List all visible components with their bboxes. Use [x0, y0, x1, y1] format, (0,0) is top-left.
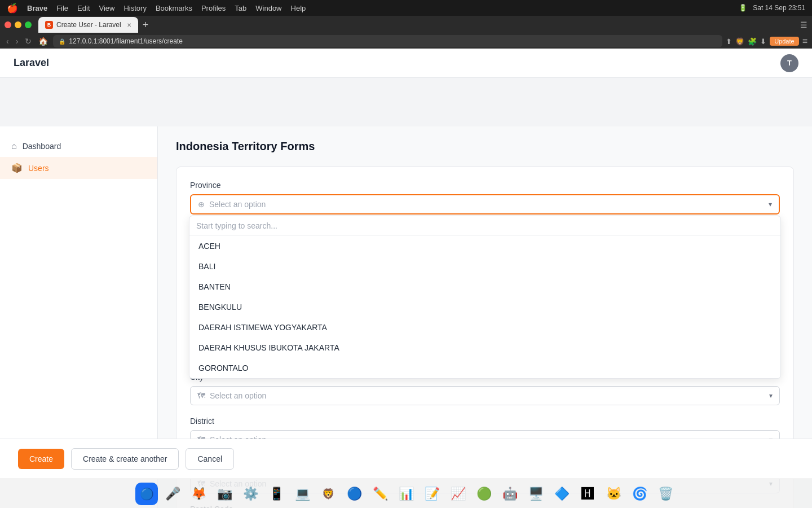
create-button[interactable]: Create	[18, 449, 64, 469]
action-bar: Create Create & create another Cancel	[0, 439, 812, 479]
province-select-wrapper: ⊕ Select an option ▾ ACEH BALI BANTEN	[190, 194, 780, 214]
province-option-banten[interactable]: BANTEN	[189, 277, 780, 297]
sidebar-item-dashboard[interactable]: ⌂ Dashboard	[0, 135, 157, 157]
maximize-window-button[interactable]	[25, 21, 32, 28]
dock-screens-icon[interactable]: 🖥️	[524, 483, 547, 505]
sidebar-item-users[interactable]: 📦 Users	[0, 157, 157, 179]
users-icon: 📦	[11, 163, 23, 173]
browser-chrome: B Create User - Laravel ✕ + ☰ ‹ › ↻ 🏠 🔒 …	[0, 16, 812, 49]
dock-terminal-icon[interactable]: 💻	[291, 483, 314, 505]
view-menu[interactable]: View	[99, 4, 115, 12]
dock-excel-icon[interactable]: 🟢	[473, 483, 495, 505]
dock-charts-icon[interactable]: 📈	[447, 483, 469, 505]
back-button[interactable]: ‹	[5, 37, 11, 46]
download-icon[interactable]: ⬇	[760, 37, 766, 46]
province-label: Province	[190, 181, 780, 190]
district-label: District	[190, 417, 780, 426]
brave-shields-icon[interactable]: 🦁	[735, 37, 744, 46]
datetime: Sat 14 Sep 23:51	[753, 4, 805, 12]
window-controls	[5, 21, 32, 28]
city-placeholder: Select an option	[210, 391, 769, 400]
dock-firefox-icon[interactable]: 🦊	[187, 483, 210, 505]
address-bar-row: ‹ › ↻ 🏠 🔒 127.0.0.1:8001/filament1/users…	[0, 34, 812, 49]
province-dropdown: ACEH BALI BANTEN BENGKULU DAERAH ISTIMEW…	[189, 216, 781, 379]
forward-button[interactable]: ›	[14, 37, 20, 46]
home-icon: ⌂	[11, 141, 17, 151]
cancel-button[interactable]: Cancel	[186, 448, 234, 470]
tab-close-button[interactable]: ✕	[127, 22, 131, 28]
profiles-menu[interactable]: Profiles	[201, 4, 226, 12]
create-and-create-another-button[interactable]: Create & create another	[71, 448, 179, 470]
dock-vscode-icon[interactable]: 🔷	[550, 483, 573, 505]
new-tab-button[interactable]: +	[143, 19, 149, 31]
home-button[interactable]: 🏠	[37, 37, 50, 46]
city-map-icon: 🗺	[197, 391, 205, 400]
secure-icon: 🔒	[59, 38, 65, 45]
reload-button[interactable]: ↻	[23, 37, 33, 46]
dock-sketch-icon[interactable]: ✏️	[369, 483, 391, 505]
address-bar[interactable]: 🔒 127.0.0.1:8001/filament1/users/create	[53, 35, 722, 47]
dock-brave-icon[interactable]: 🦁	[317, 483, 339, 505]
dock-powerpoint-icon[interactable]: 📊	[395, 483, 417, 505]
dock-helo-icon[interactable]: 🅷	[576, 483, 599, 505]
dropdown-search-wrapper	[189, 216, 780, 236]
help-menu[interactable]: Help	[291, 4, 306, 12]
province-icon: ⊕	[198, 200, 205, 209]
province-option-bali[interactable]: BALI	[189, 256, 780, 277]
province-option-diy[interactable]: DAERAH ISTIMEWA YOGYAKARTA	[189, 317, 780, 338]
dock-photos-icon[interactable]: 📷	[213, 483, 236, 505]
sidebar-item-dashboard-label: Dashboard	[23, 142, 61, 151]
city-select[interactable]: 🗺 Select an option ▾	[190, 386, 780, 405]
mac-menubar: 🍎 Brave File Edit View History Bookmarks…	[0, 0, 812, 16]
page-title: Indonesia Territory Forms	[176, 140, 794, 153]
sidebar-item-users-label: Users	[28, 164, 49, 173]
dock-siri-icon[interactable]: 🎤	[161, 483, 184, 505]
dock-zoom-icon[interactable]: 🔵	[343, 483, 365, 505]
dock-ai-icon[interactable]: 🤖	[498, 483, 521, 505]
share-icon[interactable]: ⬆	[726, 37, 732, 46]
brave-menu[interactable]: Brave	[27, 4, 47, 12]
dock-whatsapp-icon[interactable]: 📱	[265, 483, 288, 505]
province-option-dki[interactable]: DAERAH KHUSUS IBUKOTA JAKARTA	[189, 338, 780, 358]
sidebar-toggle-button[interactable]: ☰	[800, 20, 807, 29]
browser-action-buttons: ⬆ 🦁 🧩 ⬇ Update ≡	[726, 36, 807, 46]
edit-menu[interactable]: Edit	[77, 4, 90, 12]
apple-menu[interactable]: 🍎	[7, 3, 18, 14]
dock-finder-icon[interactable]: 🔵	[135, 483, 158, 505]
window-menu[interactable]: Window	[255, 4, 281, 12]
dock-word-icon[interactable]: 📝	[421, 483, 443, 505]
dock-textsoap-icon[interactable]: 🐱	[602, 483, 625, 505]
mac-menu-items: 🍎 Brave File Edit View History Bookmarks…	[7, 3, 306, 14]
city-chevron-icon: ▾	[769, 392, 773, 400]
bookmarks-menu[interactable]: Bookmarks	[156, 4, 192, 12]
tab-title: Create User - Laravel	[56, 21, 121, 29]
province-option-aceh[interactable]: ACEH	[189, 236, 780, 256]
mac-status-bar: 🔋 Sat 14 Sep 23:51	[739, 4, 805, 12]
province-option-bengkulu[interactable]: BENGKULU	[189, 297, 780, 317]
menu-button[interactable]: ≡	[802, 36, 807, 46]
extensions-icon[interactable]: 🧩	[748, 37, 757, 46]
province-options-list: ACEH BALI BANTEN BENGKULU DAERAH ISTIMEW…	[189, 236, 780, 378]
province-option-gorontalo[interactable]: GORONTALO	[189, 358, 780, 378]
province-search-input[interactable]	[196, 221, 774, 230]
history-menu[interactable]: History	[123, 4, 146, 12]
active-browser-tab[interactable]: B Create User - Laravel ✕	[38, 17, 138, 33]
province-select[interactable]: ⊕ Select an option ▾	[190, 194, 780, 214]
battery-icon: 🔋	[739, 4, 747, 12]
app-logo: Laravel	[14, 57, 49, 69]
update-button[interactable]: Update	[770, 37, 798, 46]
dock-settings-icon[interactable]: ⚙️	[239, 483, 262, 505]
user-avatar[interactable]: T	[780, 54, 798, 72]
dock-trash-icon[interactable]: 🗑️	[654, 483, 677, 505]
dock-fantastical-icon[interactable]: 🌀	[628, 483, 651, 505]
province-placeholder: Select an option	[209, 200, 769, 209]
dock: 🔵 🎤 🦊 📷 ⚙️ 📱 💻 🦁 🔵 ✏️ 📊 📝 📈 🟢 🤖 🖥️ 🔷 🅷 🐱…	[0, 479, 812, 508]
minimize-window-button[interactable]	[15, 21, 21, 28]
tab-bar: B Create User - Laravel ✕ + ☰	[0, 16, 812, 34]
file-menu[interactable]: File	[56, 4, 68, 12]
province-chevron-icon: ▾	[769, 200, 772, 208]
close-window-button[interactable]	[5, 21, 11, 28]
tab-menu[interactable]: Tab	[235, 4, 246, 12]
province-form-group: Province ⊕ Select an option ▾ ACEH	[190, 181, 780, 214]
app-header: Laravel T	[0, 49, 812, 78]
